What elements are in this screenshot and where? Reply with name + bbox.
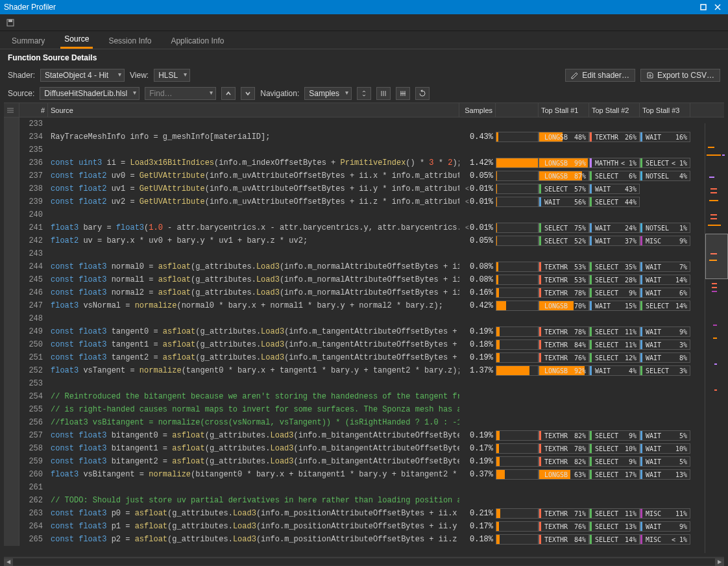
minimap[interactable] bbox=[705, 123, 728, 553]
line-number: 234 bbox=[19, 132, 48, 142]
col-source[interactable]: Source bbox=[48, 103, 459, 117]
table-row[interactable]: 259 const float3 bitangent2 = asfloat(g_… bbox=[4, 455, 724, 468]
source-code: const float3 tangent1 = asfloat(g_attrib… bbox=[48, 340, 459, 349]
source-code: // is right-handed causes normal maps to… bbox=[48, 405, 459, 414]
shader-combo[interactable]: StateObject 4 - Hit bbox=[40, 69, 125, 82]
table-row[interactable]: 240 bbox=[4, 208, 724, 221]
row-gutter bbox=[4, 533, 19, 546]
table-row[interactable]: 257 const float3 bitangent0 = asfloat(g_… bbox=[4, 429, 724, 442]
find-prev-button[interactable] bbox=[221, 87, 236, 100]
stall-cell: WAIT 9% bbox=[640, 521, 690, 532]
col-samples[interactable]: Samples bbox=[459, 103, 496, 117]
table-row[interactable]: 246 const float3 normal2 = asfloat(g_att… bbox=[4, 286, 724, 299]
scroll-track[interactable] bbox=[13, 559, 715, 565]
row-gutter bbox=[4, 143, 19, 156]
svg-rect-2 bbox=[8, 19, 12, 22]
table-row[interactable]: 235 bbox=[4, 143, 724, 156]
row-gutter bbox=[4, 442, 19, 455]
col-stall-1[interactable]: Top Stall #1 bbox=[539, 103, 589, 117]
table-row[interactable]: 234 RayTraceMeshInfo info = g_meshInfo[m… bbox=[4, 130, 724, 143]
table-row[interactable]: 238 const float2 uv1 = GetUVAttribute(in… bbox=[4, 182, 724, 195]
save-icon[interactable] bbox=[4, 16, 17, 29]
col-line-number[interactable]: # bbox=[19, 103, 48, 117]
stall-cell: SELECT 11% bbox=[589, 508, 640, 519]
table-row[interactable]: 243 bbox=[4, 247, 724, 260]
samples-bar bbox=[496, 184, 539, 194]
table-row[interactable]: 245 const float3 normal1 = asfloat(g_att… bbox=[4, 273, 724, 286]
col-stall-2[interactable]: Top Stall #2 bbox=[589, 103, 640, 117]
table-row[interactable]: 237 const float2 uv0 = GetUVAttribute(in… bbox=[4, 169, 724, 182]
table-row[interactable]: 236 const uint3 ii = Load3x16BitIndices(… bbox=[4, 156, 724, 169]
stall-cell: MISC 11% bbox=[640, 508, 690, 519]
line-number: 250 bbox=[19, 340, 48, 349]
source-file-combo[interactable]: DiffuseHitShaderLib.hlsl bbox=[40, 87, 140, 100]
table-row[interactable]: 253 bbox=[4, 377, 724, 390]
table-row[interactable]: 265 const float3 p2 = asfloat(g_attribut… bbox=[4, 533, 724, 546]
tab-application-info[interactable]: Application Info bbox=[167, 32, 228, 49]
col-samples-bar[interactable] bbox=[496, 103, 539, 117]
title-bar: Shader Profiler bbox=[0, 0, 728, 14]
table-row[interactable]: 250 const float3 tangent1 = asfloat(g_at… bbox=[4, 338, 724, 351]
table-row[interactable]: 263 const float3 p0 = asfloat(g_attribut… bbox=[4, 507, 724, 520]
table-row[interactable]: 248 bbox=[4, 312, 724, 325]
line-number: 255 bbox=[19, 405, 48, 414]
find-next-button[interactable] bbox=[241, 87, 255, 100]
samples-bar bbox=[496, 197, 539, 207]
table-row[interactable]: 241 float3 bary = float3(1.0 - attr.bary… bbox=[4, 221, 724, 234]
line-number: 247 bbox=[19, 301, 48, 310]
tab-summary[interactable]: Summary bbox=[8, 32, 49, 49]
close-button[interactable] bbox=[711, 2, 724, 12]
table-row[interactable]: 251 const float3 tangent2 = asfloat(g_at… bbox=[4, 351, 724, 364]
table-row[interactable]: 262 // TODO: Should just store uv partia… bbox=[4, 494, 724, 507]
view-combo[interactable]: HLSL bbox=[154, 69, 190, 82]
stall-cell: SELECT 13% bbox=[589, 521, 640, 532]
tab-session-info[interactable]: Session Info bbox=[104, 32, 155, 49]
table-row[interactable]: 261 bbox=[4, 481, 724, 494]
table-row[interactable]: 242 float2 uv = bary.x * uv0 + bary.y * … bbox=[4, 234, 724, 247]
table-row[interactable]: 260 float3 vsBitangent = normalize(bitan… bbox=[4, 468, 724, 481]
table-row[interactable]: 255 // is right-handed causes normal map… bbox=[4, 403, 724, 416]
export-csv-button[interactable]: Export to CSV… bbox=[640, 69, 720, 82]
table-row[interactable]: 233 bbox=[4, 117, 724, 130]
scroll-right-arrow[interactable]: ▶ bbox=[715, 558, 724, 566]
minimap-mark bbox=[707, 154, 721, 156]
samples-value: 1.37% bbox=[459, 366, 496, 375]
table-row[interactable]: 247 float3 vsNormal = normalize(normal0 … bbox=[4, 299, 724, 312]
scroll-left-arrow[interactable]: ◀ bbox=[4, 558, 13, 566]
edit-shader-button[interactable]: Edit shader… bbox=[565, 69, 635, 82]
find-input[interactable]: Find… bbox=[145, 87, 216, 100]
row-gutter bbox=[4, 286, 19, 299]
maximize-button[interactable] bbox=[697, 2, 710, 12]
row-gutter bbox=[4, 468, 19, 481]
row-gutter bbox=[4, 507, 19, 520]
stall-cell: WAIT 8% bbox=[640, 352, 690, 363]
samples-bar bbox=[496, 158, 539, 168]
nav-columns-1-button[interactable] bbox=[376, 87, 391, 100]
stall-cell: NOTSEL 1% bbox=[640, 223, 690, 233]
stall-cell: SELECT < 1% bbox=[640, 158, 690, 168]
tab-source[interactable]: Source bbox=[60, 31, 93, 49]
table-row[interactable]: 244 const float3 normal0 = asfloat(g_att… bbox=[4, 260, 724, 273]
line-number: 243 bbox=[19, 249, 48, 258]
table-row[interactable]: 258 const float3 bitangent1 = asfloat(g_… bbox=[4, 442, 724, 455]
nav-refresh-button[interactable] bbox=[415, 87, 430, 100]
row-gutter bbox=[4, 481, 19, 494]
samples-bar bbox=[496, 521, 539, 532]
nav-up-down-button[interactable] bbox=[357, 87, 371, 100]
table-row[interactable]: 264 const float3 p1 = asfloat(g_attribut… bbox=[4, 520, 724, 533]
stall-cell: TEXTHR 78% bbox=[539, 288, 589, 298]
navigation-combo[interactable]: Samples bbox=[304, 87, 352, 100]
horizontal-scrollbar[interactable]: ◀ ▶ bbox=[4, 557, 724, 566]
table-row[interactable]: 239 const float2 uv2 = GetUVAttribute(in… bbox=[4, 195, 724, 208]
nav-columns-2-button[interactable] bbox=[396, 87, 410, 100]
samples-value: 0.19% bbox=[459, 457, 496, 466]
minimap-viewport[interactable] bbox=[705, 234, 728, 279]
stall-cell: SELECT 28% bbox=[589, 275, 640, 285]
col-gutter[interactable] bbox=[4, 103, 19, 117]
table-row[interactable]: 249 const float3 tangent0 = asfloat(g_at… bbox=[4, 325, 724, 338]
table-row[interactable]: 252 float3 vsTangent = normalize(tangent… bbox=[4, 364, 724, 377]
col-stall-3[interactable]: Top Stall #3 bbox=[640, 103, 690, 117]
navigation-label: Navigation: bbox=[260, 89, 299, 98]
table-row[interactable]: 256 //float3 vsBitangent = normalize(cro… bbox=[4, 416, 724, 429]
table-row[interactable]: 254 // Reintroduced the bitangent becaus… bbox=[4, 390, 724, 403]
